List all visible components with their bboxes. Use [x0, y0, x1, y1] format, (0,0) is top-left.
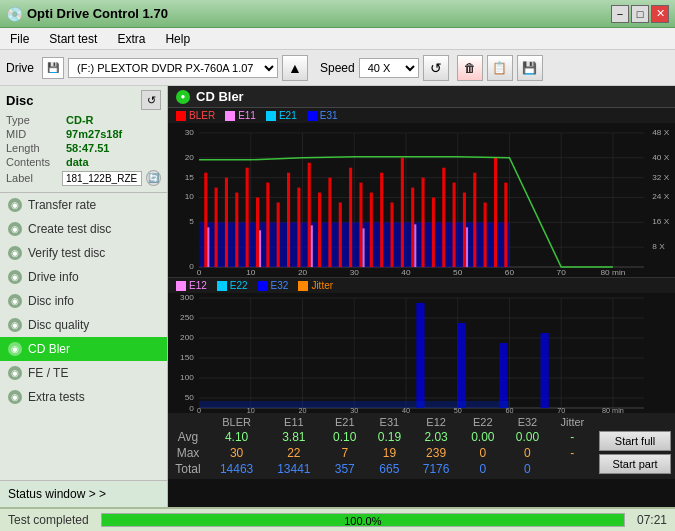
svg-rect-47 — [308, 163, 311, 267]
row-avg-e21: 0.10 — [322, 429, 367, 445]
svg-rect-55 — [390, 202, 393, 267]
legend-e12: E12 — [176, 280, 207, 291]
svg-text:300: 300 — [180, 293, 194, 302]
disc-type-value: CD-R — [66, 114, 94, 126]
svg-rect-62 — [463, 193, 466, 268]
svg-rect-66 — [504, 183, 507, 267]
menu-file[interactable]: File — [4, 30, 35, 48]
content-area: ● CD Bler BLER E11 E21 — [168, 86, 675, 507]
nav-icon-cd-bler: ◉ — [8, 342, 22, 356]
svg-text:30: 30 — [350, 268, 360, 277]
close-button[interactable]: ✕ — [651, 5, 669, 23]
menu-help[interactable]: Help — [159, 30, 196, 48]
svg-rect-48 — [318, 193, 321, 268]
nav-label-create-test-disc: Create test disc — [28, 222, 111, 236]
speed-select[interactable]: 40 X — [359, 58, 419, 78]
chart-icon: ● — [176, 90, 190, 104]
svg-rect-56 — [401, 158, 404, 267]
nav-label-cd-bler: CD Bler — [28, 342, 70, 356]
minimize-button[interactable]: − — [611, 5, 629, 23]
svg-text:0: 0 — [189, 262, 194, 271]
nav-label-fe-te: FE / TE — [28, 366, 68, 380]
row-total-e32: 0 — [505, 461, 550, 477]
svg-text:40 X: 40 X — [652, 153, 670, 162]
disc-length-label: Length — [6, 142, 62, 154]
svg-text:40: 40 — [401, 268, 411, 277]
svg-text:50: 50 — [453, 268, 463, 277]
drive-select[interactable]: (F:) PLEXTOR DVDR PX-760A 1.07 — [68, 58, 278, 78]
nav-icon-drive-info: ◉ — [8, 270, 22, 284]
eject-button[interactable]: ▲ — [282, 55, 308, 81]
erase-button[interactable]: 🗑 — [457, 55, 483, 81]
row-max-label: Max — [168, 445, 208, 461]
svg-rect-69 — [311, 225, 313, 267]
legend-jitter: Jitter — [298, 280, 333, 291]
svg-text:8 X: 8 X — [652, 242, 665, 251]
svg-rect-51 — [349, 168, 352, 267]
nav-disc-info[interactable]: ◉ Disc info — [0, 289, 167, 313]
disc-type-label: Type — [6, 114, 62, 126]
row-avg-e32: 0.00 — [505, 429, 550, 445]
menu-extra[interactable]: Extra — [111, 30, 151, 48]
svg-rect-67 — [207, 227, 209, 267]
maximize-button[interactable]: □ — [631, 5, 649, 23]
svg-text:0: 0 — [197, 268, 202, 277]
table-header-e12: E12 — [412, 415, 461, 429]
svg-rect-41 — [246, 168, 249, 267]
time-text: 07:21 — [629, 513, 675, 527]
row-max-e32: 0 — [505, 445, 550, 461]
table-header-jitter: Jitter — [550, 415, 595, 429]
disc-refresh-button[interactable]: ↺ — [141, 90, 161, 110]
row-avg-e31: 0.19 — [367, 429, 412, 445]
legend-bler-color — [176, 111, 186, 121]
nav-icon-fe-te: ◉ — [8, 366, 22, 380]
nav-verify-test-disc[interactable]: ◉ Verify test disc — [0, 241, 167, 265]
nav-drive-info[interactable]: ◉ Drive info — [0, 265, 167, 289]
nav-extra-tests[interactable]: ◉ Extra tests — [0, 385, 167, 409]
row-total-e12: 7176 — [412, 461, 461, 477]
table-header-e31: E31 — [367, 415, 412, 429]
start-full-button[interactable]: Start full — [599, 431, 671, 451]
nav-fe-te[interactable]: ◉ FE / TE — [0, 361, 167, 385]
legend-e11-label: E11 — [238, 110, 256, 121]
nav-cd-bler[interactable]: ◉ CD Bler — [0, 337, 167, 361]
svg-rect-65 — [494, 158, 497, 267]
nav-disc-quality[interactable]: ◉ Disc quality — [0, 313, 167, 337]
menu-start-test[interactable]: Start test — [43, 30, 103, 48]
svg-rect-40 — [235, 193, 238, 268]
chart-header: ● CD Bler — [168, 86, 675, 108]
disc-label-input[interactable] — [62, 171, 142, 186]
legend-e21-label: E21 — [279, 110, 297, 121]
nav-label-extra-tests: Extra tests — [28, 390, 85, 404]
copy-button[interactable]: 📋 — [487, 55, 513, 81]
refresh-button[interactable]: ↺ — [423, 55, 449, 81]
row-total-e11: 13441 — [265, 461, 322, 477]
table-action-cell: Start full Start part — [595, 429, 675, 477]
svg-rect-107 — [540, 333, 548, 408]
svg-text:20: 20 — [185, 153, 195, 162]
start-part-button[interactable]: Start part — [599, 454, 671, 474]
progress-text: 100.0% — [102, 514, 624, 528]
svg-rect-72 — [466, 227, 468, 267]
legend-e11: E11 — [225, 110, 256, 121]
legend-e31-label: E31 — [320, 110, 338, 121]
legend-jitter-color — [298, 281, 308, 291]
svg-text:48 X: 48 X — [652, 128, 670, 137]
nav-transfer-rate[interactable]: ◉ Transfer rate — [0, 193, 167, 217]
row-total-e22: 0 — [461, 461, 506, 477]
svg-rect-64 — [484, 202, 487, 267]
disc-label-button[interactable]: 🔄 — [146, 170, 161, 186]
row-max-e22: 0 — [461, 445, 506, 461]
svg-text:150: 150 — [180, 353, 194, 362]
row-avg-bler: 4.10 — [208, 429, 265, 445]
svg-rect-42 — [256, 198, 259, 268]
svg-text:10: 10 — [246, 268, 256, 277]
row-max-e11: 22 — [265, 445, 322, 461]
save-button[interactable]: 💾 — [517, 55, 543, 81]
legend-e12-color — [176, 281, 186, 291]
svg-rect-54 — [380, 173, 383, 267]
status-window-button[interactable]: Status window > > — [0, 480, 167, 507]
nav-icon-verify-test-disc: ◉ — [8, 246, 22, 260]
nav-icon-disc-quality: ◉ — [8, 318, 22, 332]
nav-create-test-disc[interactable]: ◉ Create test disc — [0, 217, 167, 241]
